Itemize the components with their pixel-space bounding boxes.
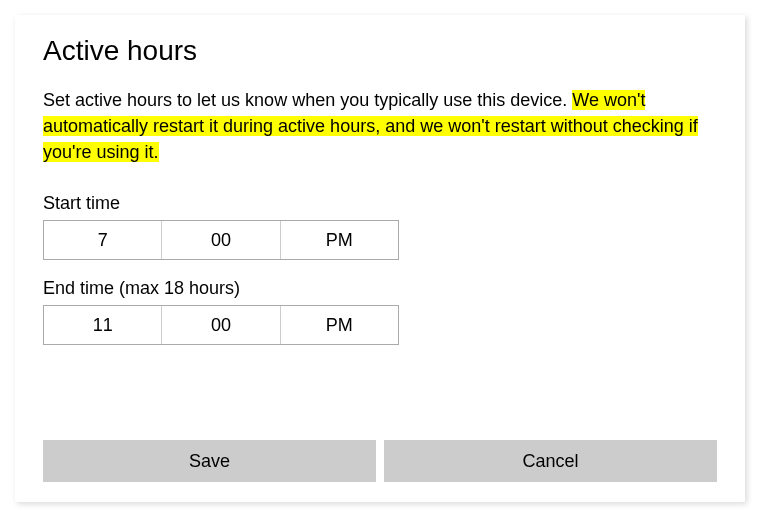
end-time-group: End time (max 18 hours) 11 00 PM bbox=[43, 278, 717, 345]
description-text: Set active hours to let us know when you… bbox=[43, 87, 717, 165]
description-plain: Set active hours to let us know when you… bbox=[43, 90, 572, 110]
start-time-group: Start time 7 00 PM bbox=[43, 193, 717, 260]
save-button[interactable]: Save bbox=[43, 440, 376, 482]
end-hour[interactable]: 11 bbox=[44, 306, 162, 344]
end-time-picker[interactable]: 11 00 PM bbox=[43, 305, 399, 345]
dialog-title: Active hours bbox=[43, 35, 717, 67]
start-ampm[interactable]: PM bbox=[281, 221, 398, 259]
cancel-button[interactable]: Cancel bbox=[384, 440, 717, 482]
button-row: Save Cancel bbox=[43, 440, 717, 482]
active-hours-dialog: Active hours Set active hours to let us … bbox=[15, 15, 745, 502]
end-ampm[interactable]: PM bbox=[281, 306, 398, 344]
start-hour[interactable]: 7 bbox=[44, 221, 162, 259]
start-time-label: Start time bbox=[43, 193, 717, 214]
start-time-picker[interactable]: 7 00 PM bbox=[43, 220, 399, 260]
start-minute[interactable]: 00 bbox=[162, 221, 280, 259]
end-minute[interactable]: 00 bbox=[162, 306, 280, 344]
end-time-label: End time (max 18 hours) bbox=[43, 278, 717, 299]
